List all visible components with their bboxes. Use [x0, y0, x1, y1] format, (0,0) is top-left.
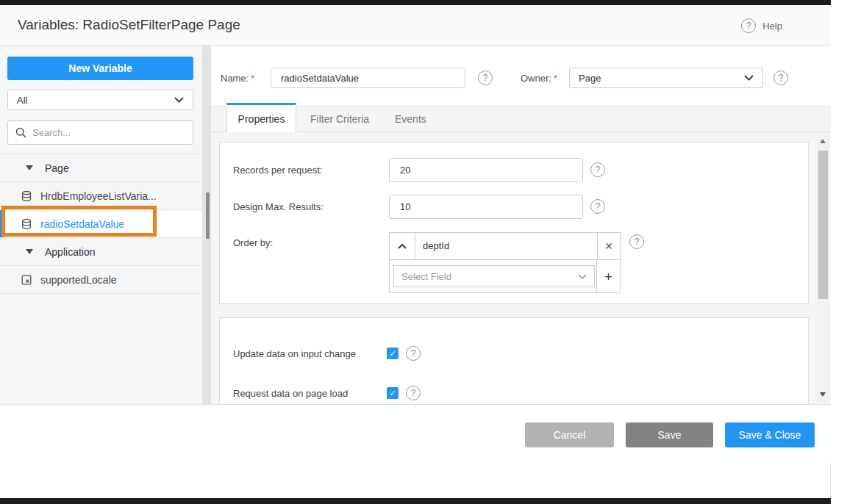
order-by-row: deptId ✕	[390, 233, 620, 260]
tab-properties[interactable]: Properties	[226, 103, 296, 132]
required-marker: *	[251, 73, 254, 84]
tree-divider	[0, 293, 202, 294]
scroll-up-icon[interactable]	[820, 139, 826, 143]
app-top-edge-bar	[0, 0, 831, 5]
sidebar-scrollbar-thumb[interactable]	[206, 192, 210, 239]
add-icon: +	[604, 269, 612, 285]
variables-tree: Page HrdbEmployeeListVaria...	[0, 154, 202, 294]
variable-filter-value: All	[17, 95, 27, 106]
remove-icon: ✕	[604, 240, 613, 252]
name-field-box	[271, 68, 465, 88]
request-on-page-load-checkbox[interactable]: ✓	[387, 387, 399, 399]
variables-dialog-page: Variables: RadioSetFilterPage Page ? Hel…	[0, 0, 847, 504]
chevron-up-icon	[398, 244, 407, 249]
help-icon[interactable]: ?	[478, 71, 493, 85]
order-by-field-value: deptId	[423, 240, 449, 251]
panel-divider	[202, 46, 211, 439]
check-icon: ✓	[389, 389, 396, 398]
selected-indicator-bar	[0, 210, 4, 238]
content-scrollbar[interactable]	[817, 132, 829, 403]
update-on-input-change-checkbox[interactable]: ✓	[387, 348, 399, 359]
check-icon: ✓	[389, 349, 396, 359]
design-max-results-label: Design Max. Results:	[233, 201, 324, 212]
owner-label: Owner:*	[521, 73, 557, 84]
select-field-placeholder: Select Field	[401, 271, 451, 282]
request-settings-card: Records per request: ? Design Max. Resul…	[219, 142, 809, 304]
search-input[interactable]	[32, 127, 185, 138]
tab-label: Events	[395, 113, 426, 125]
tree-item-radiosetdatavalue[interactable]: radioSetdataValue	[0, 209, 202, 237]
chevron-down-icon	[578, 274, 587, 279]
help-icon[interactable]: ?	[406, 346, 421, 361]
help-icon[interactable]: ?	[590, 199, 605, 214]
tree-item-label: HrdbEmployeeListVaria...	[40, 190, 157, 202]
help-icon[interactable]: ?	[629, 234, 644, 249]
app-bottom-edge-bar	[0, 498, 831, 504]
chevron-down-icon	[174, 97, 184, 103]
owner-value: Page	[579, 73, 601, 84]
content-scrollbar-thumb[interactable]	[818, 151, 828, 299]
tree-item-label: radioSetdataValue	[40, 218, 124, 230]
help-icon[interactable]: ?	[406, 386, 421, 400]
collapse-triangle-icon[interactable]	[26, 165, 33, 170]
save-button[interactable]: Save	[626, 422, 713, 447]
new-variable-button[interactable]: New Variable	[7, 57, 193, 80]
tree-section-label: Page	[45, 162, 69, 174]
search-icon	[15, 127, 26, 138]
help-icon[interactable]: ?	[590, 162, 605, 177]
variables-sidebar: New Variable All Page	[0, 46, 202, 439]
help-icon[interactable]: ?	[741, 18, 756, 33]
variables-dialog: Variables: RadioSetFilterPage Page ? Hel…	[0, 5, 831, 498]
properties-tab-content: Records per request: ? Design Max. Resul…	[211, 132, 831, 404]
tree-section-label: Application	[45, 246, 96, 258]
save-and-close-button[interactable]: Save & Close	[725, 422, 815, 447]
sort-direction-button[interactable]	[390, 233, 415, 259]
required-marker: *	[554, 73, 557, 84]
request-on-page-load-label: Request data on page load	[233, 388, 348, 399]
data-options-card: Update data on input change ✓ ? Request …	[219, 317, 809, 404]
order-by-label: Order by:	[233, 237, 273, 248]
owner-select[interactable]: Page	[569, 68, 763, 88]
tab-bar: Properties Filter Criteria Events	[211, 105, 831, 132]
name-label: Name:*	[221, 73, 254, 84]
help-link[interactable]: ? Help	[741, 18, 782, 33]
tab-label: Filter Criteria	[310, 113, 369, 125]
order-by-widget: deptId ✕ Select Field +	[389, 232, 621, 293]
dialog-title: Variables: RadioSetFilterPage Page	[18, 17, 240, 33]
tab-label: Properties	[238, 113, 285, 125]
add-order-field-button[interactable]: +	[597, 260, 620, 293]
remove-order-field-button[interactable]: ✕	[597, 233, 620, 259]
tree-section-application[interactable]: Application	[0, 237, 202, 265]
tree-item-hrdbemployeelistvariable[interactable]: HrdbEmployeeListVaria...	[0, 181, 202, 209]
tree-item-label: supportedLocale	[40, 274, 117, 286]
tab-events[interactable]: Events	[395, 105, 426, 132]
tree-item-supportedlocale[interactable]: supportedLocale	[0, 265, 202, 293]
name-input[interactable]	[271, 68, 465, 87]
database-variable-icon	[21, 218, 32, 230]
locale-variable-icon	[21, 274, 32, 286]
chevron-down-icon	[744, 75, 754, 81]
records-field-box	[389, 158, 583, 182]
database-variable-icon	[21, 190, 32, 202]
cancel-button[interactable]: Cancel	[525, 422, 614, 447]
records-per-request-input[interactable]	[390, 159, 582, 181]
select-field-dropdown[interactable]: Select Field	[393, 265, 595, 287]
variable-filter-select[interactable]: All	[7, 90, 193, 110]
design-max-results-input[interactable]	[390, 195, 582, 218]
variable-search-box[interactable]	[7, 120, 193, 145]
dialog-header: Variables: RadioSetFilterPage Page ? Hel…	[0, 5, 831, 46]
tab-filter-criteria[interactable]: Filter Criteria	[310, 105, 369, 132]
help-label: Help	[762, 21, 782, 32]
design-field-box	[389, 195, 583, 219]
help-icon[interactable]: ?	[773, 71, 788, 85]
update-on-input-change-label: Update data on input change	[233, 348, 356, 359]
dialog-footer: Cancel Save Save & Close	[0, 404, 831, 463]
collapse-triangle-icon[interactable]	[26, 249, 33, 254]
tree-section-page[interactable]: Page	[0, 154, 202, 181]
records-per-request-label: Records per request:	[233, 165, 322, 176]
scroll-down-icon[interactable]	[820, 392, 826, 397]
